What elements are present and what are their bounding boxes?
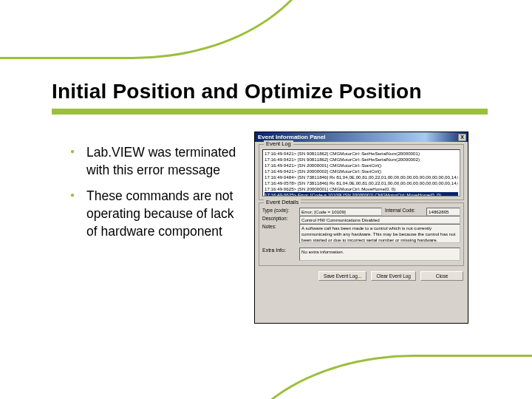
bullet-text: Lab.VIEW was terminated with this error … — [86, 145, 236, 177]
label-extra: Extra Info: — [262, 248, 296, 261]
group-legend: Event Details — [264, 199, 301, 205]
clear-event-log-button[interactable]: Clear Event Log — [371, 271, 416, 281]
save-event-log-button[interactable]: Save Event Log... — [318, 271, 366, 281]
log-line: 17:16:49·0625> [SN 20000001] CMGMotorCtr… — [265, 186, 458, 192]
bullet-text: These commands are not operating because… — [86, 188, 233, 238]
value-type: Error; [Code = 10109] — [299, 208, 382, 216]
details-grid: Type (code): Error; [Code = 10109] Inter… — [262, 208, 460, 243]
log-line: 17:16:49·0421> [SN 20000001] CMGMotorCtr… — [265, 163, 458, 168]
log-line: 17:16:49·0421> [SN 20000002] CMGMotorCtr… — [265, 168, 458, 174]
bullet-list: Lab.VIEW was terminated with this error … — [70, 144, 244, 249]
title-underline — [52, 109, 488, 115]
label-notes: Notes: — [262, 224, 296, 229]
label-description: Description: — [262, 216, 296, 221]
event-details-group: Event Details Type (code): Error; [Code … — [259, 202, 464, 266]
log-line: 17:16:49·0421> [SN 90811862] CMGMotorCtr… — [265, 157, 458, 163]
value-description: Control HW Communications Disabled — [299, 216, 460, 224]
value-notes: A software call has been made to a contr… — [299, 224, 460, 243]
bullet-item: These commands are not operating because… — [70, 188, 244, 240]
close-button[interactable]: Close — [420, 271, 463, 281]
slide-root: Initial Position and Optimize Position L… — [0, 0, 532, 399]
log-line: 17:16:49·0578> [SN 73811846] Rx 81,04,0E… — [265, 180, 458, 186]
decorative-arc-bottom — [222, 355, 532, 399]
log-line-error: 17:16:49·0625> Error; [Code = 10109] [SN… — [265, 192, 458, 197]
event-log-list: 17:16:49·0421> [SN 90811862] CMGMotorCtr… — [262, 149, 460, 197]
group-legend: Event Log — [264, 140, 293, 147]
value-extra: No extra information. — [299, 248, 460, 261]
log-line: 17:16:49·0421> [SN 90811862] CMGMotorCtr… — [265, 151, 458, 157]
label-type: Type (code): — [262, 208, 296, 213]
decorative-arc-top — [0, 0, 325, 59]
log-line: 17:16:49·0484> [SN 73811846] Rx 81,04,0E… — [265, 174, 458, 180]
label-internal: Internal Code: — [385, 208, 423, 213]
event-log-group: Event Log 17:16:49·0421> [SN 90811862] C… — [259, 144, 464, 200]
panel-title: Event Information Panel — [258, 134, 326, 140]
slide-title: Initial Position and Optimize Position — [52, 80, 422, 103]
value-internal: 14862805 — [426, 208, 460, 216]
close-icon[interactable]: X — [458, 134, 466, 141]
event-info-panel: Event Information Panel X Event Log 17:1… — [254, 132, 468, 324]
button-row: Save Event Log... Clear Event Log Close — [255, 268, 468, 284]
bullet-item: Lab.VIEW was terminated with this error … — [70, 144, 244, 179]
